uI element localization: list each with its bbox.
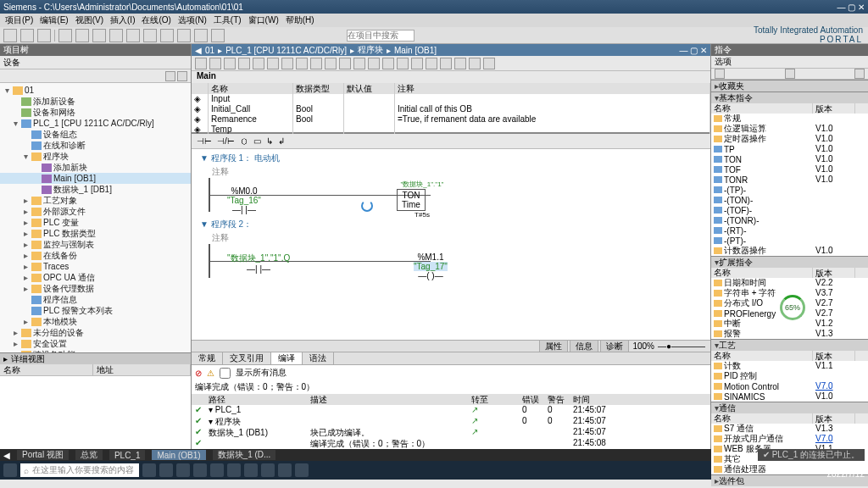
lad-contact-icon[interactable]: ⊣⊢ [197,136,212,146]
compile-row[interactable]: ✔ ▾ 程序块↗0021:45:07 [192,416,710,427]
lad-branch-open-icon[interactable]: ↳ [266,136,273,146]
coil-symbol[interactable] [414,271,448,280]
editor-tool-icon[interactable] [382,58,394,69]
tree-item[interactable]: ▾PLC_1 [CPU 1211C AC/DC/Rly] [0,118,191,129]
section-extended[interactable]: 扩展指令 [711,256,868,268]
editor-tool-icon[interactable] [310,58,322,69]
instruction-item[interactable]: -(TONR)- [711,215,868,225]
bc-nav-icon[interactable]: ◀ [195,46,202,55]
editor-window-controls[interactable]: — ▢ ✕ [679,46,707,55]
tree-item[interactable]: ▸PLC 变量 [0,217,191,228]
menu-item[interactable]: 窗口(W) [248,14,279,26]
main-tab[interactable]: Main (OB1) [152,450,205,460]
editor-tool-icon[interactable] [224,58,236,69]
editor-tool-icon[interactable] [195,58,207,69]
tree-item[interactable]: ▸OPC UA 通信 [0,272,191,283]
editor-tool-icon[interactable] [483,58,495,69]
tree-item[interactable]: ▸在线备份 [0,250,191,261]
app-icon[interactable] [159,463,173,477]
contact-symbol[interactable] [227,205,261,214]
taskview-icon[interactable] [142,463,156,477]
app-icon[interactable] [176,463,190,477]
tree-item[interactable]: ▸PLC 数据类型 [0,228,191,239]
plc-tab[interactable]: PLC_1 [109,450,146,460]
instruction-item[interactable]: TONV1.0 [711,154,868,164]
section-tech[interactable]: 工艺 [711,339,868,351]
variable-row[interactable]: ◈Initial_CallBoolInitial call of this OB [192,104,710,114]
bc-plc[interactable]: PLC_1 [CPU 1211C AC/DC/Rly] [225,46,347,55]
tree-item[interactable]: ▸工艺对象 [0,195,191,206]
compile-row[interactable]: ✔编译完成（错误：0；警告：0）21:45:08 [192,438,710,449]
editor-tool-icon[interactable] [281,58,293,69]
section-comm[interactable]: 通信 [711,402,868,413]
tree-item[interactable]: 在线和诊断 [0,140,191,151]
bc-project[interactable]: 01 [205,46,214,55]
tree-item[interactable]: Main [OB1] [0,173,191,184]
instruction-item[interactable]: TOFV1.0 [711,164,868,175]
editor-tool-icon[interactable] [209,58,221,69]
instruction-item[interactable]: 报警V1.3 [711,329,868,339]
instruction-item[interactable]: PID 控制 [711,371,868,381]
instruction-item[interactable]: 计数器操作V1.0 [711,246,868,256]
menu-item[interactable]: 插入(I) [110,14,135,26]
editor-tool-icon[interactable] [296,58,308,69]
contact-symbol[interactable] [227,264,290,274]
tree-item[interactable]: 数据块_1 [DB1] [0,184,191,195]
tree-item[interactable]: ▸未分组的设备 [0,327,191,338]
tree-item[interactable]: 程序信息 [0,294,191,305]
instruction-item[interactable]: 定时器操作V1.0 [711,134,868,144]
network-1-title[interactable]: 程序段 1： 电动机 [200,152,702,164]
open-icon[interactable] [20,29,34,42]
editor-tool-icon[interactable] [353,58,365,69]
editor-tool-icon[interactable] [397,58,409,69]
app-icon[interactable] [210,463,224,477]
editor-tool-icon[interactable] [440,58,452,69]
instruction-item[interactable]: TPV1.0 [711,144,868,154]
undo-icon[interactable] [126,29,140,42]
menu-item[interactable]: 选项(N) [178,14,207,26]
project-search-input[interactable] [347,30,415,42]
app-icon[interactable] [227,463,241,477]
windows-start-icon[interactable] [3,463,17,477]
instruction-item[interactable]: SINAMICSV1.0 [711,391,868,402]
tree-tool-icon[interactable] [177,71,187,81]
editor-tool-icon[interactable] [339,58,351,69]
show-all-checkbox[interactable] [220,368,231,379]
inspector-tab[interactable]: 语法 [303,352,334,364]
timer-block[interactable]: TON Time [397,189,426,211]
network-2-title[interactable]: 程序段 2： [200,219,702,230]
window-controls[interactable]: — ▢ ✕ [837,3,865,12]
tree-item[interactable]: ▸监控与强制表 [0,239,191,250]
tree-item[interactable]: ▸设备代理数据 [0,283,191,294]
menu-item[interactable]: 编辑(E) [40,14,68,26]
instr-tool-icon[interactable] [715,69,725,79]
zoom-slider[interactable]: —●———— [658,341,705,351]
delete-icon[interactable] [109,29,123,42]
lad-branch-close-icon[interactable]: ↲ [278,136,285,146]
go-offline-icon[interactable] [211,29,225,42]
menu-item[interactable]: 工具(T) [214,14,242,26]
save-icon[interactable] [37,29,51,42]
app-icon[interactable] [261,463,275,477]
tree-item[interactable]: 添加新块 [0,162,191,173]
menu-item[interactable]: 视图(V) [75,14,103,26]
editor-tool-icon[interactable] [426,58,437,69]
instruction-item[interactable]: -(RT)- [711,225,868,236]
instruction-item[interactable]: -(TP)- [711,185,868,195]
tree-tool-icon[interactable] [165,71,175,81]
tree-item[interactable]: ▸Traces [0,261,191,272]
tree-item[interactable]: 添加新设备 [0,96,191,107]
editor-tool-icon[interactable] [267,58,279,69]
instruction-item[interactable]: -(TOF)- [711,205,868,215]
tree-item[interactable]: ▸安全设置 [0,338,191,349]
tree-item[interactable]: ▾程序块 [0,151,191,162]
menu-item[interactable]: 项目(P) [5,14,33,26]
tree-item[interactable]: PLC 报警文本列表 [0,305,191,316]
app-icon[interactable] [193,463,207,477]
app-icon[interactable] [278,463,292,477]
compile-row[interactable]: ✔ 数据块_1 (DB1)块已成功编译。↗21:45:07 [192,427,710,438]
editor-tool-icon[interactable] [411,58,423,69]
inspector-tab[interactable]: 编译 [271,352,303,364]
windows-search-input[interactable]: ⌕在这里输入你要搜索的内容 [20,463,139,477]
portal-view-button[interactable]: Portal 视图 [17,450,69,460]
